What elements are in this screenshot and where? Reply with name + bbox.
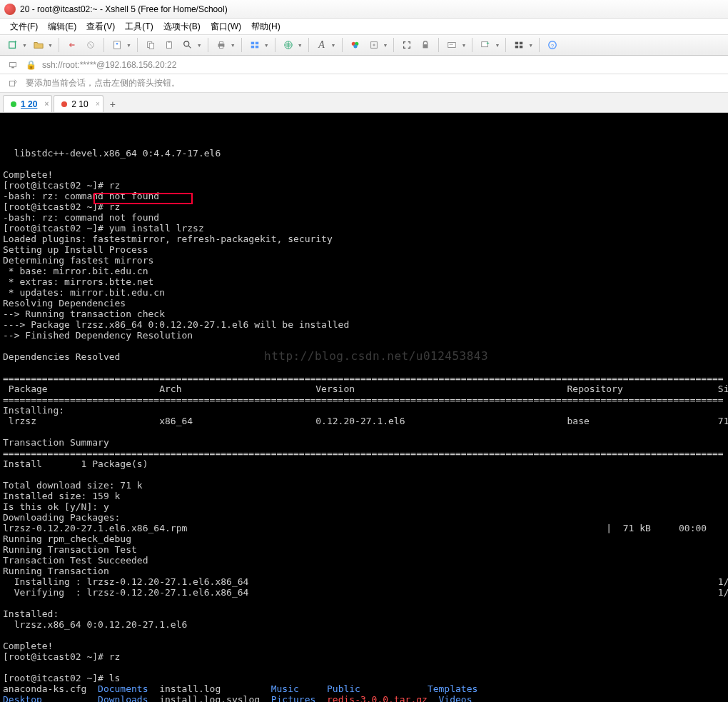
term-line: Complete! bbox=[3, 641, 53, 651]
term-rule: ========================================… bbox=[3, 373, 724, 383]
term-line: Installing : lrzsz-0.12.20-27.1.el6.x86_… bbox=[3, 576, 728, 587]
hint-text: 要添加当前会话，点击左侧的箭头按钮。 bbox=[26, 77, 180, 89]
open-icon[interactable] bbox=[31, 38, 46, 52]
svg-rect-15 bbox=[219, 46, 223, 49]
term-line: Loaded plugins: fastestmirror, refresh-p… bbox=[3, 234, 333, 244]
term-line: --> Running transaction check bbox=[3, 309, 165, 319]
address-text[interactable]: ssh://root:*****@192.168.156.20:22 bbox=[42, 60, 176, 70]
reconnect-icon[interactable] bbox=[65, 38, 79, 52]
svg-rect-0 bbox=[9, 42, 16, 49]
tab-bar: 1 20 × 2 10 × + bbox=[0, 93, 728, 113]
host-icon[interactable] bbox=[6, 58, 20, 72]
lock-icon[interactable] bbox=[418, 38, 433, 52]
paste-icon[interactable] bbox=[162, 38, 176, 52]
svg-point-23 bbox=[353, 44, 357, 48]
term-line: * extras: mirrors.btte.net bbox=[3, 276, 153, 287]
term-line: Running rpm_check_debug bbox=[3, 533, 131, 544]
menu-help[interactable]: 帮助(H) bbox=[247, 19, 285, 34]
term-prompt: [root@itcast02 ~]# bbox=[3, 223, 109, 234]
transfer-icon[interactable] bbox=[367, 38, 381, 52]
help-icon[interactable]: ? bbox=[545, 38, 560, 52]
globe-icon[interactable] bbox=[281, 38, 295, 52]
color-icon[interactable] bbox=[348, 38, 363, 52]
quickcmd-icon[interactable] bbox=[445, 38, 459, 52]
term-line: Install 1 Package(s) bbox=[3, 458, 148, 469]
svg-rect-19 bbox=[256, 46, 258, 49]
ls-dir: Music bbox=[271, 683, 299, 694]
disconnect-icon[interactable] bbox=[84, 38, 98, 52]
menu-window[interactable]: 窗口(W) bbox=[206, 19, 246, 34]
term-cmd: rz bbox=[109, 201, 121, 212]
properties-icon[interactable] bbox=[110, 38, 124, 52]
menu-edit[interactable]: 编辑(E) bbox=[44, 19, 81, 34]
close-icon[interactable]: × bbox=[45, 100, 49, 108]
new-window-icon[interactable] bbox=[478, 38, 492, 52]
term-line: ---> Package lrzsz.x86_64 0:0.12.20-27.1… bbox=[3, 319, 349, 330]
new-tab-button[interactable]: + bbox=[105, 96, 121, 112]
titlebar: 20 - root@itcast02:~ - Xshell 5 (Free fo… bbox=[0, 0, 728, 19]
separator bbox=[103, 38, 104, 52]
svg-line-12 bbox=[188, 46, 191, 49]
term-line: * updates: mirror.bit.edu.cn bbox=[3, 287, 165, 298]
menu-tools[interactable]: 工具(T) bbox=[121, 19, 157, 34]
window-title: 20 - root@itcast02:~ - Xshell 5 (Free fo… bbox=[20, 4, 228, 14]
svg-text:?: ? bbox=[551, 43, 555, 49]
new-session-icon[interactable] bbox=[6, 38, 20, 52]
menu-view[interactable]: 查看(V) bbox=[82, 19, 119, 34]
app-logo-icon bbox=[4, 4, 16, 15]
svg-rect-37 bbox=[10, 62, 16, 66]
lock-small-icon: 🔒 bbox=[26, 60, 36, 70]
watermark: http://blog.csdn.net/u012453843 bbox=[264, 351, 488, 361]
copy-icon[interactable] bbox=[143, 38, 158, 52]
svg-rect-14 bbox=[219, 42, 223, 44]
term-line: Is this ok [y/N]: y bbox=[3, 501, 109, 512]
separator bbox=[308, 38, 309, 52]
term-line: --> Finished Dependency Resolution bbox=[3, 330, 193, 341]
svg-rect-28 bbox=[482, 42, 488, 47]
svg-rect-38 bbox=[11, 66, 14, 68]
svg-rect-17 bbox=[256, 42, 258, 45]
term-line: -bash: rz: command not found bbox=[3, 212, 159, 223]
svg-line-4 bbox=[89, 43, 92, 46]
svg-rect-34 bbox=[520, 46, 522, 49]
term-header: Package Arch Version Repository Size bbox=[3, 383, 728, 394]
close-icon[interactable]: × bbox=[96, 100, 100, 108]
fullscreen-icon[interactable] bbox=[400, 38, 414, 52]
term-line: Running Transaction Test bbox=[3, 544, 137, 555]
menu-file[interactable]: 文件(F) bbox=[6, 19, 42, 34]
svg-rect-8 bbox=[149, 43, 153, 49]
hint-bar: 要添加当前会话，点击左侧的箭头按钮。 bbox=[0, 74, 728, 93]
tile-icon[interactable] bbox=[512, 38, 526, 52]
term-cmd: rz bbox=[109, 651, 121, 662]
term-line: Installed size: 159 k bbox=[3, 491, 120, 501]
svg-rect-5 bbox=[114, 41, 121, 49]
add-session-icon[interactable] bbox=[6, 76, 20, 91]
search-icon[interactable] bbox=[181, 38, 195, 52]
terminal[interactable]: http://blog.csdn.net/u012453843 libstdc+… bbox=[0, 113, 728, 702]
tab-2[interactable]: 2 10 × bbox=[54, 95, 103, 112]
tab-1[interactable]: 1 20 × bbox=[3, 95, 52, 112]
term-line: Resolving Dependencies bbox=[3, 298, 126, 309]
svg-rect-18 bbox=[251, 46, 253, 49]
term-line: Downloading Packages: bbox=[3, 512, 120, 523]
menu-tabs[interactable]: 选项卡(B) bbox=[159, 19, 205, 34]
sessions-icon[interactable] bbox=[248, 38, 262, 52]
print-icon[interactable] bbox=[214, 38, 228, 52]
status-dot-icon bbox=[61, 101, 67, 107]
toolbar: ▼ ▼ ▼ ▼ ▼ ▼ ▼ A▼ ▼ ▼ ▼ ▼ ? bbox=[0, 34, 728, 56]
term-line: Determining fastest mirrors bbox=[3, 255, 153, 266]
ls-dir: Desktop bbox=[3, 694, 42, 702]
term-line: Complete! bbox=[3, 169, 53, 180]
separator bbox=[472, 38, 472, 52]
ls-file: anaconda-ks.cfg bbox=[3, 683, 98, 694]
svg-rect-10 bbox=[168, 41, 171, 43]
term-cmd: yum install lrzsz bbox=[109, 223, 204, 234]
term-cmd: rz bbox=[109, 180, 121, 191]
term-rule: ========================================… bbox=[3, 448, 724, 458]
term-line: -bash: rz: command not found bbox=[3, 191, 159, 201]
term-prompt: [root@itcast02 ~]# bbox=[3, 201, 109, 212]
tab-label: 1 20 bbox=[21, 99, 37, 109]
ls-dir: Pictures bbox=[271, 694, 316, 702]
font-icon[interactable]: A bbox=[315, 38, 329, 52]
separator bbox=[275, 38, 275, 52]
